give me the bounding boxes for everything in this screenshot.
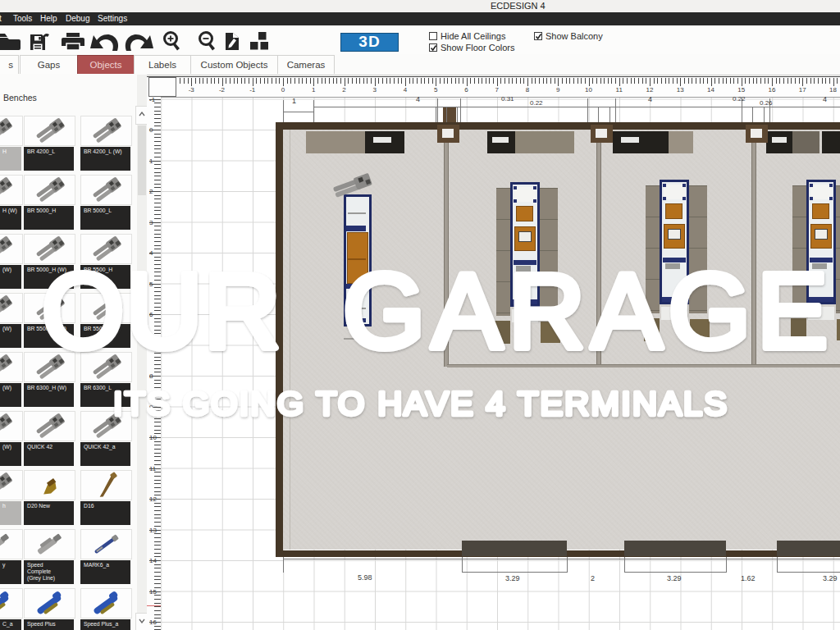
- svg-text:ITS GOING TO HAVE 4 TERMINALS: ITS GOING TO HAVE 4 TERMINALS: [113, 384, 727, 422]
- svg-text:GARAGE: GARAGE: [343, 252, 828, 370]
- svg-text:OUR: OUR: [42, 252, 281, 370]
